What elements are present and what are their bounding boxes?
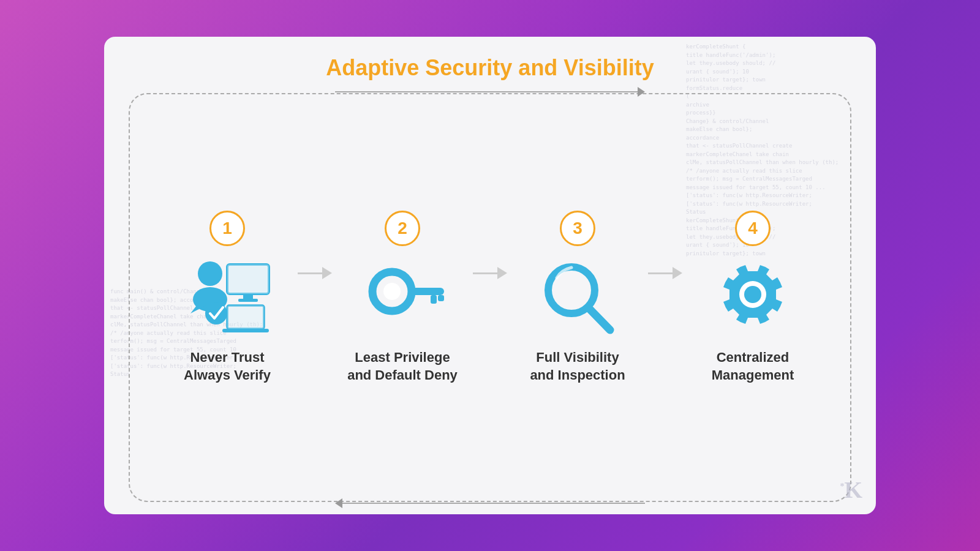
svg-rect-14 <box>431 295 437 304</box>
step-3: 3 Full Visibility and Inspection <box>510 211 645 384</box>
card-title: Adaptive Security and Visibility <box>326 55 654 81</box>
svg-rect-4 <box>227 264 269 294</box>
svg-point-0 <box>198 261 222 286</box>
arrow-head <box>673 267 682 279</box>
svg-rect-8 <box>227 305 264 329</box>
bottom-arrow-line <box>342 503 645 504</box>
magnify-icon <box>529 253 627 339</box>
arrow-line <box>298 272 322 274</box>
svg-rect-13 <box>409 288 444 295</box>
bottom-arrow-head <box>335 498 342 508</box>
svg-point-10 <box>205 302 227 324</box>
step-4-number: 4 <box>735 211 771 246</box>
step-3-label: Full Visibility and Inspection <box>530 349 625 384</box>
step-1: 1 <box>160 211 295 384</box>
top-arrow-head <box>638 87 645 97</box>
key-icon <box>353 253 451 339</box>
svg-rect-6 <box>238 299 258 302</box>
arrow-head <box>497 267 507 279</box>
top-arrow <box>130 87 850 97</box>
step-2: 2 Least Privilege <box>335 211 470 384</box>
step-4: 4 C <box>685 211 820 384</box>
user-device-verify-icon <box>178 253 276 339</box>
dashed-border-box: 1 <box>129 93 851 502</box>
bottom-arrow <box>130 498 850 508</box>
svg-rect-5 <box>243 294 253 299</box>
svg-rect-15 <box>438 295 444 301</box>
svg-point-12 <box>383 283 401 300</box>
step-1-label: Never Trust Always Verify <box>184 349 271 384</box>
top-arrow-line <box>335 91 638 92</box>
step-4-label: Centralized Management <box>712 349 794 384</box>
gear-icon <box>704 253 802 339</box>
steps-container: 1 <box>130 198 850 396</box>
step-2-label: Least Privilege and Default Deny <box>347 349 458 384</box>
step-1-number: 1 <box>209 211 245 246</box>
svg-rect-9 <box>222 329 269 332</box>
arrow-head <box>322 267 332 279</box>
main-card: kerCompleteShunt { title handleFunc('/ad… <box>104 37 876 514</box>
svg-line-17 <box>588 307 610 330</box>
step-3-number: 3 <box>560 211 595 246</box>
k-watermark: *K <box>840 476 862 503</box>
arrow-1-2 <box>298 267 332 279</box>
arrow-2-3 <box>473 267 507 279</box>
arrow-line <box>473 272 497 274</box>
svg-point-19 <box>744 286 761 303</box>
step-2-number: 2 <box>385 211 420 246</box>
arrow-3-4 <box>648 267 682 279</box>
arrow-line <box>648 272 673 274</box>
